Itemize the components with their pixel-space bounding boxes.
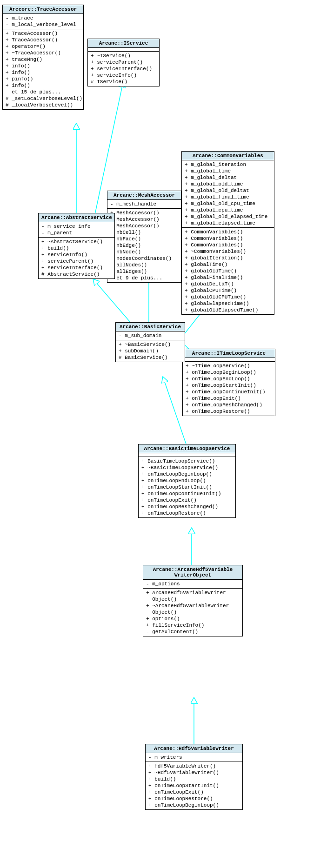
box-hdf5-variable-writer-fields: - m_writers [146,753,242,762]
box-trace-accessor-methods: + TraceAccessor() + TraceAccessor() + op… [3,29,83,109]
box-abstract-service: Arcane::AbstractService - m_service_info… [38,213,115,279]
box-arcane-hdf5: Arcane::ArcaneHdf5VariableWriterObject -… [143,565,243,636]
box-basic-time-loop-service: Arcane::BasicTimeLoopService + BasicTime… [138,444,236,518]
box-arcane-hdf5-title: Arcane::ArcaneHdf5VariableWriterObject [143,565,242,580]
box-iservice-title: Arcane::IService [88,39,159,48]
box-iservice: Arcane::IService + ~IService() + service… [87,39,160,86]
box-common-variables-methods: + CommonVariables() + CommonVariables() … [182,228,274,314]
box-iservice-empty [88,48,159,52]
box-hdf5-variable-writer: Arcane::Hdf5VariableWriter - m_writers +… [145,744,243,810]
box-basic-service-title: Arcane::BasicService [116,323,185,331]
box-hdf5-variable-writer-methods: + Hdf5VariableWriter() + ~Hdf5VariableWr… [146,762,242,809]
box-iservice-methods: + ~IService() + serviceParent() + servic… [88,52,159,86]
box-basic-time-loop-service-methods: + BasicTimeLoopService() + ~BasicTimeLoo… [139,457,235,517]
svg-line-2 [93,279,130,322]
box-arcane-hdf5-methods: + ArcaneHdf5VariableWriter Object() + ~A… [143,589,242,636]
box-mesh-accessor-methods: + MeshAccessor() + MeshAccessor() + Mesh… [107,209,181,282]
box-basic-time-loop-service-empty [139,453,235,457]
diagram-container: Arccore::TraceAccessor - m_trace - m_loc… [0,0,327,868]
box-itime-loop-service: Arcane::ITimeLoopService + ~ITimeLoopSer… [182,349,275,416]
box-arcane-hdf5-fields: - m_options [143,580,242,589]
box-abstract-service-methods: + ~AbstractService() + build() + service… [39,238,114,278]
arrows-svg [0,0,327,868]
box-mesh-accessor-fields: - m_mesh_handle [107,200,181,209]
box-itime-loop-service-title: Arcane::ITimeLoopService [183,349,275,358]
box-abstract-service-fields: - m_service_info - m_parent [39,222,114,238]
box-mesh-accessor-title: Arcane::MeshAccessor [107,191,181,200]
box-trace-accessor-fields: - m_trace - m_local_verbose_level [3,14,83,29]
box-itime-loop-service-empty [183,358,275,362]
box-basic-time-loop-service-title: Arcane::BasicTimeLoopService [139,444,235,453]
box-basic-service-fields: - m_sub_domain [116,331,185,340]
box-mesh-accessor: Arcane::MeshAccessor - m_mesh_handle + M… [107,191,181,283]
box-basic-service: Arcane::BasicService - m_sub_domain + ~B… [115,322,185,362]
box-common-variables-title: Arcane::CommonVariables [182,152,274,160]
box-abstract-service-title: Arcane::AbstractService [39,213,114,222]
box-basic-service-methods: + ~BasicService() + subDomain() # BasicS… [116,340,185,362]
box-trace-accessor-title: Arccore::TraceAccessor [3,5,83,14]
box-trace-accessor: Arccore::TraceAccessor - m_trace - m_loc… [2,5,84,110]
box-itime-loop-service-methods: + ~ITimeLoopService() + onTimeLoopBeginL… [183,362,275,416]
box-common-variables: Arcane::CommonVariables + m_global_itera… [181,151,274,315]
box-hdf5-variable-writer-title: Arcane::Hdf5VariableWriter [146,744,242,753]
box-common-variables-fields: + m_global_iteration + m_global_time + m… [182,160,274,228]
